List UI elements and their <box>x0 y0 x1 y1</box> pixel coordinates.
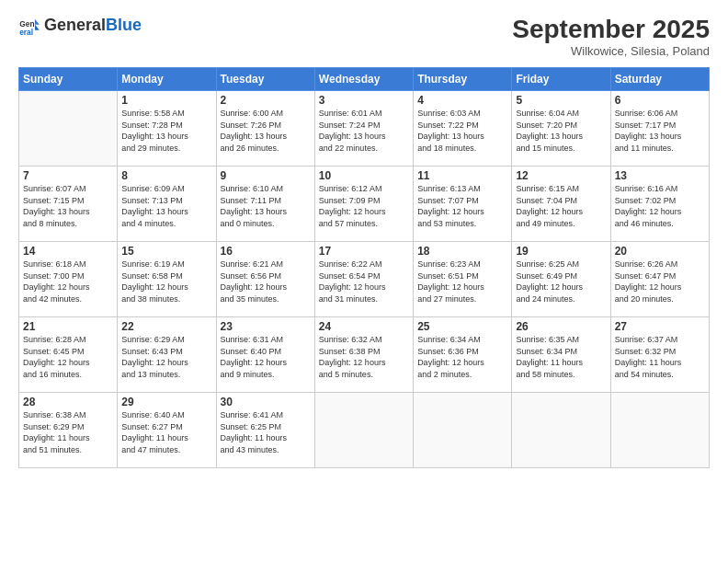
day-number: 20 <box>615 245 705 258</box>
day-info: Sunrise: 6:06 AM Sunset: 7:17 PM Dayligh… <box>615 108 705 154</box>
calendar-cell: 13Sunrise: 6:16 AM Sunset: 7:02 PM Dayli… <box>610 167 709 242</box>
logo-icon: Gen eral <box>18 15 40 37</box>
day-number: 19 <box>516 245 606 258</box>
day-info: Sunrise: 6:21 AM Sunset: 6:56 PM Dayligh… <box>221 259 311 304</box>
day-number: 25 <box>417 320 507 333</box>
day-number: 3 <box>319 94 409 107</box>
day-info: Sunrise: 6:35 AM Sunset: 6:34 PM Dayligh… <box>516 334 606 380</box>
day-number: 26 <box>516 320 606 333</box>
calendar-cell: 1Sunrise: 5:58 AM Sunset: 7:28 PM Daylig… <box>118 91 216 167</box>
day-number: 1 <box>121 94 211 107</box>
day-info: Sunrise: 6:40 AM Sunset: 6:27 PM Dayligh… <box>121 409 211 455</box>
calendar-cell: 15Sunrise: 6:19 AM Sunset: 6:58 PM Dayli… <box>118 242 216 317</box>
svg-marker-2 <box>35 19 40 25</box>
day-info: Sunrise: 6:10 AM Sunset: 7:11 PM Dayligh… <box>221 183 311 229</box>
week-row-4: 28Sunrise: 6:38 AM Sunset: 6:29 PM Dayli… <box>19 393 710 468</box>
day-number: 9 <box>221 169 311 182</box>
logo-text: GeneralBlue <box>44 17 142 35</box>
day-info: Sunrise: 6:19 AM Sunset: 6:58 PM Dayligh… <box>121 259 211 304</box>
calendar-cell: 20Sunrise: 6:26 AM Sunset: 6:47 PM Dayli… <box>610 242 709 317</box>
day-info: Sunrise: 6:34 AM Sunset: 6:36 PM Dayligh… <box>417 334 507 380</box>
day-number: 21 <box>23 320 113 333</box>
calendar-cell: 18Sunrise: 6:23 AM Sunset: 6:51 PM Dayli… <box>414 242 512 317</box>
calendar-cell: 17Sunrise: 6:22 AM Sunset: 6:54 PM Dayli… <box>314 242 413 317</box>
weekday-header-wednesday: Wednesday <box>314 68 413 91</box>
day-number: 22 <box>121 320 211 333</box>
calendar-cell: 21Sunrise: 6:28 AM Sunset: 6:45 PM Dayli… <box>19 317 118 393</box>
calendar-cell: 28Sunrise: 6:38 AM Sunset: 6:29 PM Dayli… <box>19 393 118 468</box>
day-number: 4 <box>417 94 507 107</box>
weekday-header-friday: Friday <box>512 68 610 91</box>
day-info: Sunrise: 6:37 AM Sunset: 6:32 PM Dayligh… <box>615 334 705 380</box>
calendar-cell: 6Sunrise: 6:06 AM Sunset: 7:17 PM Daylig… <box>610 91 709 167</box>
day-info: Sunrise: 6:03 AM Sunset: 7:22 PM Dayligh… <box>417 108 507 154</box>
day-number: 27 <box>615 320 705 333</box>
calendar-cell: 23Sunrise: 6:31 AM Sunset: 6:40 PM Dayli… <box>216 317 314 393</box>
calendar-cell <box>512 393 610 468</box>
day-number: 28 <box>23 396 113 408</box>
calendar-cell: 19Sunrise: 6:25 AM Sunset: 6:49 PM Dayli… <box>512 242 610 317</box>
day-info: Sunrise: 6:12 AM Sunset: 7:09 PM Dayligh… <box>319 183 409 229</box>
calendar-cell: 16Sunrise: 6:21 AM Sunset: 6:56 PM Dayli… <box>216 242 314 317</box>
day-number: 13 <box>615 169 705 182</box>
calendar-cell <box>610 393 709 468</box>
calendar-cell <box>414 393 512 468</box>
calendar-cell: 14Sunrise: 6:18 AM Sunset: 7:00 PM Dayli… <box>19 242 118 317</box>
day-info: Sunrise: 6:07 AM Sunset: 7:15 PM Dayligh… <box>23 183 113 229</box>
day-info: Sunrise: 6:01 AM Sunset: 7:24 PM Dayligh… <box>319 108 409 154</box>
day-info: Sunrise: 6:29 AM Sunset: 6:43 PM Dayligh… <box>121 334 211 380</box>
day-info: Sunrise: 6:25 AM Sunset: 6:49 PM Dayligh… <box>516 259 606 304</box>
day-number: 24 <box>319 320 409 333</box>
day-info: Sunrise: 6:09 AM Sunset: 7:13 PM Dayligh… <box>121 183 211 229</box>
day-number: 14 <box>23 245 113 258</box>
day-number: 7 <box>23 169 113 182</box>
calendar-cell <box>19 91 118 167</box>
calendar-cell: 27Sunrise: 6:37 AM Sunset: 6:32 PM Dayli… <box>610 317 709 393</box>
calendar-cell: 8Sunrise: 6:09 AM Sunset: 7:13 PM Daylig… <box>118 167 216 242</box>
day-number: 15 <box>121 245 211 258</box>
day-number: 11 <box>417 169 507 182</box>
day-number: 6 <box>615 94 705 107</box>
day-info: Sunrise: 6:31 AM Sunset: 6:40 PM Dayligh… <box>221 334 311 380</box>
calendar-cell: 26Sunrise: 6:35 AM Sunset: 6:34 PM Dayli… <box>512 317 610 393</box>
month-title: September 2025 <box>512 15 710 44</box>
week-row-3: 21Sunrise: 6:28 AM Sunset: 6:45 PM Dayli… <box>19 317 710 393</box>
day-info: Sunrise: 6:41 AM Sunset: 6:25 PM Dayligh… <box>221 409 311 455</box>
calendar-cell: 7Sunrise: 6:07 AM Sunset: 7:15 PM Daylig… <box>19 167 118 242</box>
day-info: Sunrise: 6:16 AM Sunset: 7:02 PM Dayligh… <box>615 183 705 229</box>
day-number: 5 <box>516 94 606 107</box>
day-number: 10 <box>319 169 409 182</box>
calendar-cell: 30Sunrise: 6:41 AM Sunset: 6:25 PM Dayli… <box>216 393 314 468</box>
day-info: Sunrise: 6:23 AM Sunset: 6:51 PM Dayligh… <box>417 259 507 304</box>
svg-text:eral: eral <box>19 28 33 37</box>
weekday-header-monday: Monday <box>118 68 216 91</box>
calendar-cell: 10Sunrise: 6:12 AM Sunset: 7:09 PM Dayli… <box>314 167 413 242</box>
calendar-table: SundayMondayTuesdayWednesdayThursdayFrid… <box>18 67 710 468</box>
day-number: 30 <box>221 396 311 408</box>
calendar-cell: 5Sunrise: 6:04 AM Sunset: 7:20 PM Daylig… <box>512 91 610 167</box>
calendar-cell: 24Sunrise: 6:32 AM Sunset: 6:38 PM Dayli… <box>314 317 413 393</box>
day-number: 17 <box>319 245 409 258</box>
day-info: Sunrise: 6:26 AM Sunset: 6:47 PM Dayligh… <box>615 259 705 304</box>
calendar-cell: 9Sunrise: 6:10 AM Sunset: 7:11 PM Daylig… <box>216 167 314 242</box>
week-row-1: 7Sunrise: 6:07 AM Sunset: 7:15 PM Daylig… <box>19 167 710 242</box>
day-number: 16 <box>221 245 311 258</box>
weekday-header-tuesday: Tuesday <box>216 68 314 91</box>
day-number: 29 <box>121 396 211 408</box>
day-info: Sunrise: 6:04 AM Sunset: 7:20 PM Dayligh… <box>516 108 606 154</box>
day-info: Sunrise: 6:32 AM Sunset: 6:38 PM Dayligh… <box>319 334 409 380</box>
day-info: Sunrise: 6:15 AM Sunset: 7:04 PM Dayligh… <box>516 183 606 229</box>
day-info: Sunrise: 6:00 AM Sunset: 7:26 PM Dayligh… <box>221 108 311 154</box>
weekday-header-sunday: Sunday <box>19 68 118 91</box>
day-number: 12 <box>516 169 606 182</box>
week-row-0: 1Sunrise: 5:58 AM Sunset: 7:28 PM Daylig… <box>19 91 710 167</box>
weekday-header-saturday: Saturday <box>610 68 709 91</box>
day-info: Sunrise: 6:28 AM Sunset: 6:45 PM Dayligh… <box>23 334 113 380</box>
title-block: September 2025 Wilkowice, Silesia, Polan… <box>512 15 710 58</box>
svg-marker-3 <box>35 25 40 30</box>
weekday-header-thursday: Thursday <box>414 68 512 91</box>
logo: Gen eral GeneralBlue <box>18 15 142 37</box>
calendar-cell: 4Sunrise: 6:03 AM Sunset: 7:22 PM Daylig… <box>414 91 512 167</box>
week-row-2: 14Sunrise: 6:18 AM Sunset: 7:00 PM Dayli… <box>19 242 710 317</box>
day-number: 23 <box>221 320 311 333</box>
